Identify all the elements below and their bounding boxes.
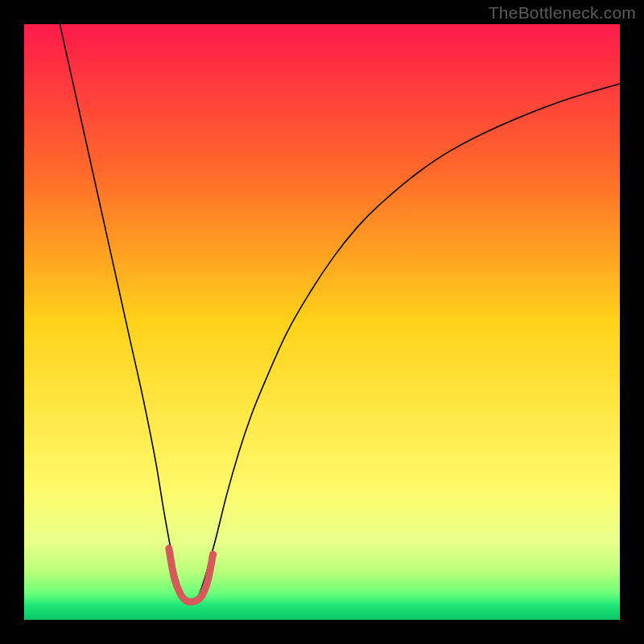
chart-svg bbox=[24, 24, 620, 620]
plot-area bbox=[24, 24, 620, 620]
gradient-background bbox=[24, 24, 620, 620]
watermark-text: TheBottleneck.com bbox=[489, 3, 636, 23]
chart-frame: TheBottleneck.com bbox=[0, 0, 644, 644]
